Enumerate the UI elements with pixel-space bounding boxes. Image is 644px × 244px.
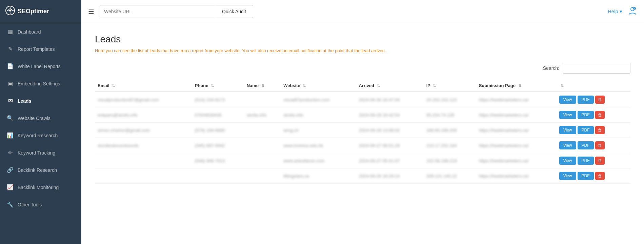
header-right: Help ▾ + [601,6,644,17]
sidebar-item-backlink-research[interactable]: 🔗 Backlink Research [0,161,81,179]
sidebar-item-backlink-monitoring[interactable]: 📈 Backlink Monitoring [0,179,81,196]
sort-phone-icon: ⇅ [211,84,214,88]
keyword-research-icon: 📊 [7,132,14,139]
sidebar-item-other-tools[interactable]: 🔧 Other Tools [0,196,81,213]
delete-button[interactable]: 🗑 [595,126,605,134]
sidebar-label-backlink-research: Backlink Research [18,167,57,173]
sort-website-icon: ⇅ [303,84,306,88]
search-input[interactable] [563,63,630,74]
cell-name [244,168,281,184]
delete-button[interactable]: 🗑 [595,141,605,149]
sidebar-item-embedding-settings[interactable]: ▣ Embedding Settings [0,75,81,92]
cell-name [244,123,281,138]
col-submission-page[interactable]: Submission Page ⇅ [476,80,557,92]
white-label-reports-icon: 📄 [7,63,14,69]
cell-submission_page: https://heebmarketers.ca/ [476,107,557,123]
help-link[interactable]: Help ▾ [608,8,622,15]
col-website[interactable]: Website ⇅ [281,80,356,92]
col-name[interactable]: Name ⇅ [244,80,281,92]
view-button[interactable]: View [559,111,576,119]
table-header-row: Email ⇅ Phone ⇅ Name ⇅ Website ⇅ Arrived… [95,80,630,92]
main-layout: ▦ Dashboard ✎ Report Templates 📄 White L… [0,23,644,244]
sidebar-item-white-label-reports[interactable]: 📄 White Label Reports [0,58,81,75]
pdf-button[interactable]: PDF [578,96,594,104]
table-row: liftingstars.ca2024-09-26 18:29:14209.12… [95,168,630,184]
content-area: Leads Here you can see the list of leads… [81,23,644,244]
col-arrived[interactable]: Arrived ⇅ [356,80,424,92]
cell-email: visualproduction87@gmail.com [95,92,192,107]
view-button[interactable]: View [559,172,576,180]
cell-phone [192,168,244,184]
table-row: ducdieubousvbsovdv(345) 687-6942www.invi… [95,138,630,153]
cell-ip: 24.202.152.123 [424,92,476,107]
cell-name [244,138,281,153]
sidebar-item-website-crawls[interactable]: 🔍 Website Crawls [0,109,81,127]
pdf-button[interactable]: PDF [578,172,594,180]
cell-actions: ViewPDF🗑 [557,153,630,168]
sort-email-icon: ⇅ [112,84,115,88]
cell-arrived: 2024-09-27 08:51:28 [356,138,424,153]
cell-email: enkpars@strolis.info [95,107,192,123]
table-row: simon.charton@gmail.com(579) 194-6680wmg… [95,123,630,138]
user-icon[interactable]: + [628,6,637,17]
view-button[interactable]: View [559,96,576,104]
search-label: Search: [543,65,559,71]
pdf-button[interactable]: PDF [578,157,594,165]
sidebar-item-report-templates[interactable]: ✎ Report Templates [0,40,81,58]
cell-website: www.acbuildcon.com [281,153,356,168]
table-row: (548) 948-7013www.acbuildcon.com2024-09-… [95,153,630,168]
cell-arrived: 2024-09-27 05:41:07 [356,153,424,168]
pdf-button[interactable]: PDF [578,111,594,119]
sidebar-item-leads[interactable]: ✉ Leads [0,92,81,109]
col-email[interactable]: Email ⇅ [95,80,192,92]
cell-ip: 188.60.189.200 [424,123,476,138]
table-row: visualproduction87@gmail.com(514) 234-81… [95,92,630,107]
delete-button[interactable]: 🗑 [595,96,605,104]
cell-submission_page: https://heebmarketers.ca/ [476,92,557,107]
cell-phone: (514) 234-8173 [192,92,244,107]
cell-name [244,153,281,168]
cell-website: www.invictus.edu.hk [281,138,356,153]
col-ip[interactable]: IP ⇅ [424,80,476,92]
table-row: enkpars@strolis.info07634630435strolis.i… [95,107,630,123]
other-tools-icon: 🔧 [7,201,14,208]
leads-table: Email ⇅ Phone ⇅ Name ⇅ Website ⇅ Arrived… [95,80,630,184]
sort-ip-icon: ⇅ [433,84,436,88]
sidebar-item-keyword-tracking[interactable]: ✏ Keyword Tracking [0,144,81,161]
sidebar-item-dashboard[interactable]: ▦ Dashboard [0,23,81,40]
cell-phone: 07634630435 [192,107,244,123]
pdf-button[interactable]: PDF [578,126,594,134]
sort-arrived-icon: ⇅ [377,84,380,88]
url-input[interactable] [100,5,215,18]
cell-email: simon.charton@gmail.com [95,123,192,138]
quick-audit-button[interactable]: Quick Audit [215,5,253,18]
pdf-button[interactable]: PDF [578,141,594,149]
delete-button[interactable]: 🗑 [595,111,605,119]
cell-ip: 210.17.252.164 [424,138,476,153]
hamburger-button[interactable]: ☰ [88,7,94,16]
backlink-research-icon: 🔗 [7,167,14,173]
cell-arrived: 2024-09-29 13:08:02 [356,123,424,138]
col-actions: ⇅ [557,80,630,92]
sidebar-label-report-templates: Report Templates [18,46,55,52]
col-phone[interactable]: Phone ⇅ [192,80,244,92]
view-button[interactable]: View [559,141,576,149]
delete-button[interactable]: 🗑 [595,172,605,180]
cell-email [95,153,192,168]
cell-submission_page: https://heebmarketers.ca/ [476,138,557,153]
embedding-settings-icon: ▣ [7,80,14,87]
report-templates-icon: ✎ [7,46,14,52]
view-button[interactable]: View [559,157,576,165]
header-center: ☰ Quick Audit [81,5,601,18]
view-button[interactable]: View [559,126,576,134]
sidebar-item-keyword-research[interactable]: 📊 Keyword Research [0,127,81,144]
sort-name-icon: ⇅ [261,84,264,88]
cell-arrived: 2024-09-30 16:47:04 [356,92,424,107]
page-description: Here you can see the list of leads that … [95,48,630,53]
cell-ip: 209.121.140.22 [424,168,476,184]
cell-website: liftingstars.ca [281,168,356,184]
cell-submission_page: https://heebmarketers.ca/ [476,153,557,168]
cell-actions: ViewPDF🗑 [557,138,630,153]
delete-button[interactable]: 🗑 [595,157,605,165]
cell-submission_page: https://heebmarketers.ca/ [476,168,557,184]
